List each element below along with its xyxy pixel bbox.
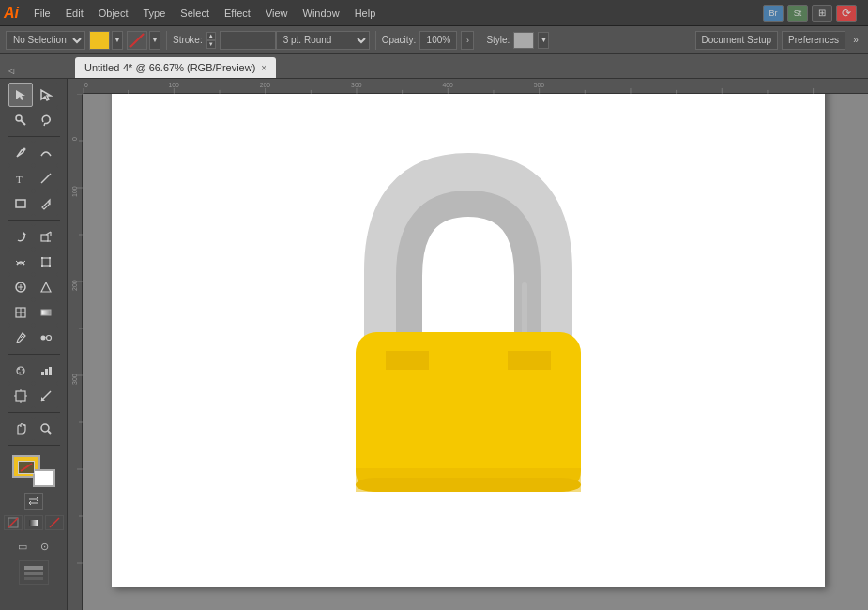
tool-row-1 (8, 83, 58, 107)
tool-row-5 (8, 191, 58, 216)
vertical-ruler: 0100200300 (68, 79, 83, 610)
warp-tool[interactable] (8, 250, 33, 274)
svg-point-33 (19, 372, 20, 373)
menu-view[interactable]: View (258, 4, 296, 23)
stroke-indicator (18, 461, 35, 474)
tool-row-12 (8, 384, 58, 408)
svg-rect-55 (24, 577, 43, 580)
direct-selection-tool[interactable] (34, 83, 58, 107)
magic-wand-tool[interactable] (8, 108, 33, 132)
layers-panel-btn[interactable] (19, 560, 49, 585)
svg-rect-36 (49, 367, 52, 375)
bridge-btn[interactable]: Br (763, 5, 784, 22)
stock-btn[interactable]: St (787, 5, 808, 22)
ai-logo: Ai (4, 5, 19, 22)
menu-effect[interactable]: Effect (217, 4, 258, 23)
svg-rect-51 (29, 520, 38, 526)
mesh-tool[interactable] (8, 300, 33, 325)
eyedropper-tool[interactable] (8, 326, 33, 350)
sep3 (480, 31, 480, 50)
stroke-weight-spinner[interactable]: ▲ ▼ (206, 32, 216, 49)
preferences-button[interactable]: Preferences (782, 31, 845, 50)
menu-file[interactable]: File (26, 4, 58, 23)
fill-swatch[interactable] (89, 31, 110, 50)
rotate-tool[interactable] (8, 224, 33, 249)
menu-window[interactable]: Window (296, 4, 347, 23)
svg-text:T: T (16, 174, 23, 185)
tool-sep-5 (8, 445, 60, 446)
selection-tool[interactable] (8, 83, 33, 107)
fill-color-group: ▼ (89, 31, 123, 50)
gradient-fill-btn[interactable] (24, 515, 43, 530)
sync-btn[interactable]: ⟳ (836, 5, 857, 22)
svg-line-52 (50, 518, 59, 527)
color-area (4, 455, 64, 530)
curvature-tool[interactable] (34, 141, 58, 165)
pencil-tool[interactable] (34, 191, 58, 216)
tab-close-btn[interactable]: × (261, 63, 266, 73)
svg-line-4 (44, 123, 45, 126)
stroke-options-select[interactable]: 3 pt. Round (276, 31, 370, 50)
lock-illustration (332, 149, 604, 517)
selection-dropdown[interactable]: No Selection (6, 31, 85, 50)
control-toolbar: No Selection ▼ ▼ Stroke: ▲ ▼ 3 pt. Round… (0, 26, 868, 54)
menu-select[interactable]: Select (173, 4, 217, 23)
stroke-dropdown[interactable]: ▼ (149, 31, 160, 50)
slice-tool[interactable] (34, 384, 58, 408)
color-squares (12, 455, 55, 487)
lasso-tool[interactable] (34, 108, 58, 132)
type-tool[interactable]: T (8, 166, 33, 191)
pattern-fill-btn[interactable] (45, 515, 64, 530)
tool-row-6 (8, 224, 58, 249)
symbol-sprayer-tool[interactable] (8, 358, 33, 383)
perspective-tool[interactable] (34, 275, 58, 299)
document-setup-button[interactable]: Document Setup (695, 31, 779, 50)
svg-text:200: 200 (71, 280, 78, 291)
document-tab[interactable]: Untitled-4* @ 66.67% (RGB/Preview) × (75, 57, 276, 78)
style-label: Style: (486, 35, 510, 45)
svg-marker-22 (41, 282, 51, 292)
screen-mode-btn[interactable]: ⊙ (36, 537, 54, 556)
sep1 (166, 31, 167, 50)
left-toolbar: T (0, 79, 68, 610)
opacity-input[interactable] (419, 31, 457, 50)
svg-rect-96 (356, 478, 581, 492)
style-dropdown[interactable]: ▼ (538, 32, 549, 49)
tool-row-13 (8, 417, 58, 441)
shape-builder-tool[interactable] (8, 275, 33, 299)
artboard-tool[interactable] (8, 384, 33, 408)
style-swatch[interactable] (513, 32, 534, 49)
svg-text:400: 400 (442, 82, 453, 88)
swap-colors-btn[interactable] (24, 493, 43, 510)
toolbar-overflow[interactable]: » (849, 31, 862, 50)
menu-bar: Ai File Edit Object Type Select Effect V… (0, 0, 868, 26)
sep2 (375, 31, 376, 50)
bottom-tools-row: ▭ ⊙ (13, 537, 54, 556)
pen-tool[interactable] (8, 141, 33, 165)
rectangle-tool[interactable] (8, 191, 33, 216)
column-graph-tool[interactable] (34, 358, 58, 383)
blend-tool[interactable] (34, 326, 58, 350)
menu-object[interactable]: Object (91, 4, 136, 23)
gradient-tool[interactable] (34, 300, 58, 325)
menu-type[interactable]: Type (136, 4, 174, 23)
hand-tool[interactable] (8, 417, 33, 441)
change-screen-mode-btn[interactable]: ▭ (13, 537, 32, 556)
menu-help[interactable]: Help (347, 4, 384, 23)
tool-row-3 (8, 141, 58, 165)
line-tool[interactable] (34, 166, 58, 191)
free-transform-tool[interactable] (34, 250, 58, 274)
background-color[interactable] (33, 469, 55, 487)
grid-btn[interactable]: ⊞ (812, 5, 832, 22)
scale-tool[interactable] (34, 224, 58, 249)
fill-dropdown[interactable]: ▼ (112, 31, 123, 50)
opacity-expand[interactable]: › (461, 31, 474, 50)
svg-rect-37 (16, 391, 25, 401)
menu-edit[interactable]: Edit (58, 4, 91, 23)
svg-rect-54 (24, 572, 43, 575)
none-fill-btn[interactable] (4, 515, 23, 530)
svg-point-31 (18, 368, 20, 370)
zoom-tool[interactable] (34, 417, 58, 441)
panels-collapse[interactable]: ◁ (8, 63, 15, 78)
stroke-swatch[interactable] (127, 31, 147, 50)
